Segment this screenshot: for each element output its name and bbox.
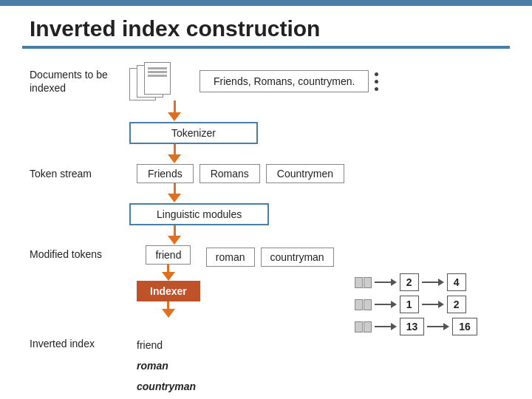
arrow-shaft-1 xyxy=(174,100,176,112)
ii-term-friend: friend xyxy=(137,337,196,353)
token-friends: Friends xyxy=(137,164,194,183)
mod-token-roman: roman xyxy=(206,248,255,267)
linguistic-box: Linguistic modules xyxy=(129,203,269,225)
posting-countryman-num2: 16 xyxy=(452,318,477,335)
arrow-right-roman2 xyxy=(422,300,444,309)
arrow-head-4 xyxy=(168,236,181,245)
mod-token-friend: friend xyxy=(146,245,191,265)
ii-term-roman: roman xyxy=(137,358,196,374)
title-bar xyxy=(0,0,532,6)
token-romans: Romans xyxy=(200,164,260,183)
arrow-right-countryman xyxy=(375,322,397,331)
posting-friend-num2: 4 xyxy=(447,273,466,291)
posting-friend-num1: 2 xyxy=(400,273,419,291)
arrow-head-3 xyxy=(168,194,181,202)
tokenizer-box: Tokenizer xyxy=(129,122,258,144)
document-icon xyxy=(129,62,177,100)
arrow-right-countryman2 xyxy=(427,322,449,331)
arrow-shaft-2 xyxy=(174,144,176,154)
inverted-index-label: Inverted index xyxy=(30,337,129,350)
arrow-shaft-6 xyxy=(167,301,169,309)
documents-label: Documents to be indexed xyxy=(30,68,129,95)
mod-token-countryman: countryman xyxy=(261,248,334,267)
posting-countryman-row: 13 16 xyxy=(355,318,477,335)
arrow-head-2 xyxy=(168,154,181,163)
arrow-shaft-3 xyxy=(174,183,176,194)
arrow-right-roman xyxy=(375,300,397,309)
indexer-box: Indexer xyxy=(137,281,200,301)
posting-friend-row: 2 4 xyxy=(355,273,477,291)
modified-tokens-label: Modified tokens xyxy=(30,248,129,261)
posting-roman-num1: 1 xyxy=(400,296,419,313)
friends-romans-box: Friends, Romans, countrymen. xyxy=(200,70,369,92)
arrow-shaft-5 xyxy=(167,265,169,272)
posting-countryman-num1: 13 xyxy=(400,318,425,335)
ellipsis-dots xyxy=(375,72,378,91)
token-stream-label: Token stream xyxy=(30,167,129,180)
arrow-head-5 xyxy=(162,272,175,281)
arrow-shaft-4 xyxy=(174,225,176,236)
arrow-head-6 xyxy=(162,309,175,318)
arrow-right-friend2 xyxy=(422,278,444,287)
token-countrymen: Countrymen xyxy=(266,164,344,183)
ii-term-countryman: countryman xyxy=(137,378,196,395)
arrow-head-1 xyxy=(168,112,181,121)
posting-roman-num2: 2 xyxy=(447,296,466,313)
arrow-right-friend xyxy=(375,278,397,287)
page-title: Inverted index construction xyxy=(0,6,532,46)
posting-roman-row: 1 2 xyxy=(355,296,477,313)
